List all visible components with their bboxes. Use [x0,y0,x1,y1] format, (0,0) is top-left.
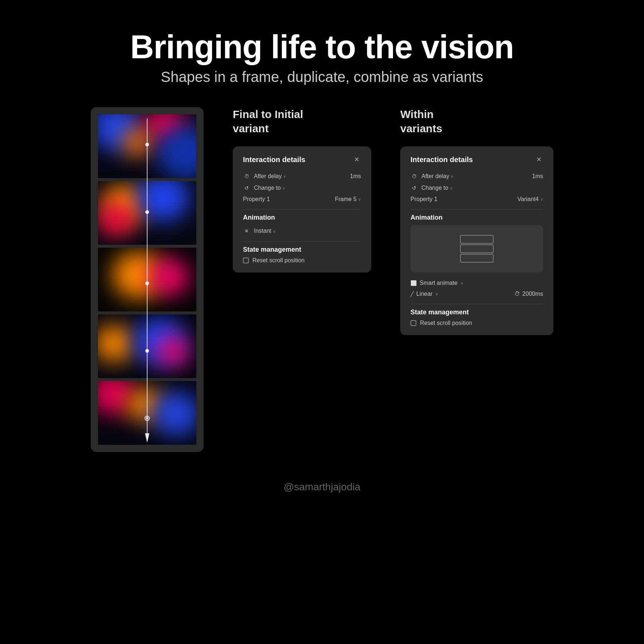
instant-icon: ✕ [243,227,250,235]
right-title: Withinvariants [400,107,553,136]
svg-rect-10 [460,254,493,262]
state-label-left: State management [243,246,361,254]
right-panel: Withinvariants Interaction details ✕ ⏱ A… [400,107,553,335]
after-delay-row-right: ⏱ After delay ∨ 1ms [411,170,543,182]
frame-3 [98,248,196,311]
linear-arrow: ∨ [435,292,438,297]
prop-value-right: Variant4 ∨ [518,196,543,203]
change-to-label-left: Change to ∨ [254,185,285,191]
duration-value: ⏱ 2000ms [514,291,543,297]
card-title-left: Interaction details [243,156,305,164]
smart-animate-arrow: ∨ [460,281,463,286]
close-button-right[interactable]: ✕ [534,155,543,164]
animation-label-right: Animation [411,214,543,221]
animation-label-left: Animation [243,214,361,221]
frame-4 [98,314,196,378]
footer-handle: @samarthjajodia [284,481,361,492]
delay-icon: ⏱ [243,173,250,180]
footer: @samarthjajodia [284,481,361,515]
card-header-right: Interaction details ✕ [411,155,543,164]
after-delay-label: After delay ∨ [254,173,286,180]
page-title: Bringing life to the vision [130,29,514,65]
clock-icon: ⏱ [514,291,520,297]
divider-4 [411,304,543,304]
linear-slash-icon: ╱ [411,291,413,297]
after-delay-row: ⏱ After delay ∨ 1ms [243,170,361,182]
prop-name-left: Property 1 [243,196,270,203]
state-label-right: State management [411,309,543,316]
svg-rect-9 [460,245,493,253]
smart-animate-row: ⬜ Smart animate ∨ [411,278,543,288]
divider-3 [411,209,543,209]
delay-icon-right: ⏱ [411,173,418,180]
divider-1 [243,209,361,209]
duration-ms: 2000ms [522,291,543,297]
page-subtitle: Shapes in a frame, duplicate, combine as… [130,69,514,85]
frame-2 [98,181,196,245]
linear-row: ╱ Linear ∨ ⏱ 2000ms [411,288,543,299]
header: Bringing life to the vision Shapes in a … [130,0,514,85]
prop-value-left: Frame 5 ∨ [335,196,361,203]
middle-card: Interaction details ✕ ⏱ After delay ∨ 1m… [233,146,371,272]
reset-checkbox-left[interactable] [243,258,249,263]
svg-rect-8 [460,235,493,243]
frame-1 [98,114,196,178]
property-row-right: Property 1 Variant4 ∨ [411,194,543,205]
frames-panel [91,107,204,452]
reset-scroll-row-left: Reset scroll position [243,257,361,264]
reset-scroll-row-right: Reset scroll position [411,320,543,326]
change-to-label-right: Change to ∨ [421,185,453,191]
middle-title: Final to Initialvariant [233,107,371,136]
frame-5 [98,381,196,445]
linear-label: Linear [416,291,432,297]
reset-scroll-label-left: Reset scroll position [252,257,305,264]
instant-label: Instant ∨ [254,228,276,234]
close-button-left[interactable]: ✕ [352,155,361,164]
instant-row: ✕ Instant ∨ [243,225,361,237]
smart-animate-icon: ⬜ [411,280,417,286]
smart-animate-label: Smart animate [420,280,458,286]
delay-value: 1ms [350,173,361,180]
prop-name-right: Property 1 [411,196,437,203]
animation-preview [411,225,543,272]
divider-2 [243,241,361,242]
reset-scroll-label-right: Reset scroll position [420,320,472,326]
reset-checkbox-right[interactable] [411,320,416,326]
card-title-right: Interaction details [411,156,473,164]
property-row-left: Property 1 Frame 5 ∨ [243,194,361,205]
main-content: Final to Initialvariant Interaction deta… [0,107,644,452]
middle-panel: Final to Initialvariant Interaction deta… [233,107,371,272]
delay-value-right: 1ms [532,173,543,180]
right-card: Interaction details ✕ ⏱ After delay ∨ 1m… [400,146,553,335]
change-icon-left: ↺ [243,184,250,192]
change-to-row-right: ↺ Change to ∨ [411,182,543,194]
change-icon-right: ↺ [411,184,418,192]
animation-preview-svg [455,232,499,265]
change-to-row-left: ↺ Change to ∨ [243,182,361,194]
card-header-left: Interaction details ✕ [243,155,361,164]
after-delay-label-right: After delay ∨ [421,173,453,180]
